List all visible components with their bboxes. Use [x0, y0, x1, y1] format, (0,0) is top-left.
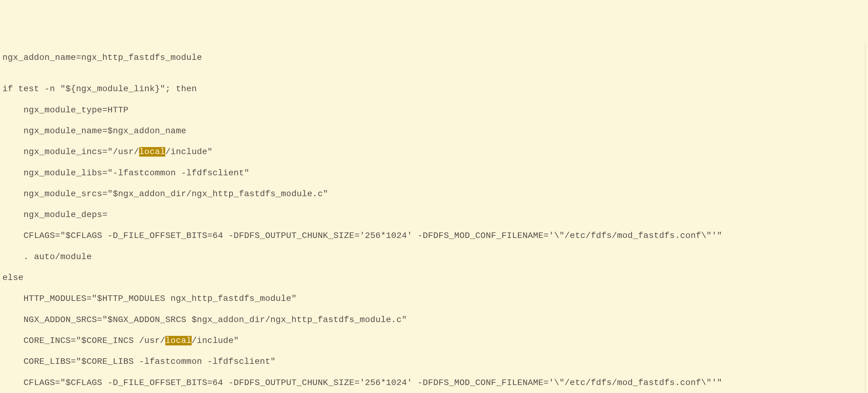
code-line[interactable]: . auto/module: [2, 252, 865, 262]
code-line[interactable]: CFLAGS="$CFLAGS -D_FILE_OFFSET_BITS=64 -…: [2, 231, 865, 241]
search-highlight: local: [139, 147, 165, 157]
code-line[interactable]: CORE_LIBS="$CORE_LIBS -lfastcommon -lfdf…: [2, 357, 865, 367]
code-line[interactable]: CFLAGS="$CFLAGS -D_FILE_OFFSET_BITS=64 -…: [2, 378, 865, 388]
code-line[interactable]: ngx_module_srcs="$ngx_addon_dir/ngx_http…: [2, 189, 865, 199]
code-line[interactable]: ngx_module_name=$ngx_addon_name: [2, 126, 865, 136]
code-text: CORE_INCS="$CORE_INCS /usr/: [2, 336, 165, 346]
code-text: ngx_module_incs="/usr/: [2, 147, 139, 157]
code-text: /include": [165, 147, 213, 157]
code-line[interactable]: ngx_module_libs="-lfastcommon -lfdfsclie…: [2, 168, 865, 178]
code-text: /include": [192, 336, 239, 346]
code-line[interactable]: ngx_addon_name=ngx_http_fastdfs_module: [2, 53, 865, 63]
search-highlight: local: [165, 336, 192, 346]
code-line[interactable]: NGX_ADDON_SRCS="$NGX_ADDON_SRCS $ngx_add…: [2, 315, 865, 325]
code-line[interactable]: if test -n "${ngx_module_link}"; then: [2, 84, 865, 94]
code-line[interactable]: else: [2, 273, 865, 283]
editor-viewport[interactable]: ngx_addon_name=ngx_http_fastdfs_module i…: [2, 42, 866, 393]
code-line[interactable]: ngx_module_incs="/usr/local/include": [2, 147, 865, 157]
code-line[interactable]: HTTP_MODULES="$HTTP_MODULES ngx_http_fas…: [2, 294, 865, 304]
code-line[interactable]: ngx_module_deps=: [2, 210, 865, 220]
code-line[interactable]: CORE_INCS="$CORE_INCS /usr/local/include…: [2, 336, 865, 346]
code-line[interactable]: ngx_module_type=HTTP: [2, 105, 865, 116]
